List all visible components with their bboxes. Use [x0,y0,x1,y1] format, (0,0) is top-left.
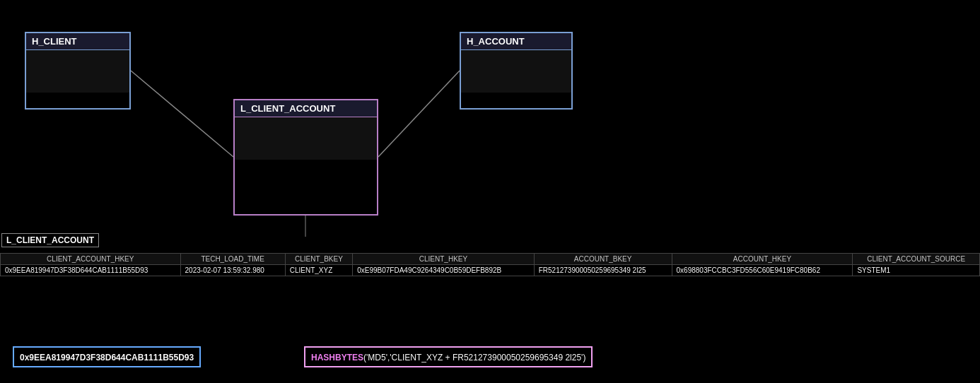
col-client-hkey: CLIENT_HKEY [353,254,535,265]
l-client-account-body [235,117,377,160]
cell-client-hkey: 0xE99B07FDA49C9264349C0B59DEFB892B [353,265,535,276]
cell-hkey: 0x9EEA819947D3F38D644CAB1111B55D93 [1,265,181,276]
col-load-time: TECH_LOAD_TIME [180,254,285,265]
h-client-body [26,50,129,93]
h-client-label: H_CLIENT [26,33,129,50]
col-account-bkey: ACCOUNT_BKEY [534,254,672,265]
l-client-account-label: L_CLIENT_ACCOUNT [235,100,377,117]
table-header-row: CLIENT_ACCOUNT_HKEY TECH_LOAD_TIME CLIEN… [1,254,980,265]
col-account-hkey: ACCOUNT_HKEY [672,254,853,265]
cell-account-hkey: 0x698803FCCBC3FD556C60E9419FC80B62 [672,265,853,276]
cell-account-bkey: FR521273900050259695349 2l25 [534,265,672,276]
table-row: 0x9EEA819947D3F38D644CAB1111B55D93 2023-… [1,265,980,276]
func-args-text: ('MD5','CLIENT_XYZ + FR52127390005025969… [363,353,585,363]
hashbytes-box: HASHBYTES('MD5','CLIENT_XYZ + FR52127390… [304,346,593,367]
h-account-label: H_ACCOUNT [461,33,571,50]
h-account-body [461,50,571,93]
l-client-account-box: L_CLIENT_ACCOUNT [233,99,378,216]
h-account-box: H_ACCOUNT [460,32,573,110]
h-client-box: H_CLIENT [25,32,131,110]
svg-line-0 [131,71,233,157]
col-hkey: CLIENT_ACCOUNT_HKEY [1,254,181,265]
cell-source: SYSTEM1 [853,265,980,276]
hash-value-text: 0x9EEA819947D3F38D644CAB1111B55D93 [20,353,194,363]
cell-client-bkey: CLIENT_XYZ [285,265,353,276]
hash-value-box: 0x9EEA819947D3F38D644CAB1111B55D93 [13,346,201,367]
table-section-label: L_CLIENT_ACCOUNT [1,233,99,247]
cell-load-time: 2023-02-07 13:59:32.980 [180,265,285,276]
col-client-bkey: CLIENT_BKEY [285,254,353,265]
data-table: CLIENT_ACCOUNT_HKEY TECH_LOAD_TIME CLIEN… [0,253,980,276]
svg-line-1 [378,71,460,157]
func-name-text: HASHBYTES [311,353,363,363]
col-source: CLIENT_ACCOUNT_SOURCE [853,254,980,265]
